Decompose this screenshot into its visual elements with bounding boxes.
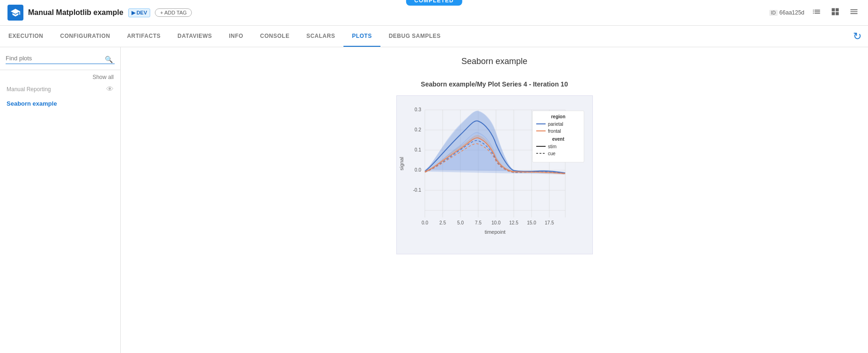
app-title: Manual Matplotlib example (28, 8, 124, 17)
svg-text:event: event (552, 137, 564, 142)
top-bar-left: Manual Matplotlib example ▶ DEV + ADD TA… (7, 5, 192, 21)
svg-text:timepoint: timepoint (484, 229, 505, 235)
svg-text:2.5: 2.5 (439, 220, 446, 225)
list-icon (812, 7, 821, 16)
id-badge: ID 66aa125d (769, 9, 804, 16)
tab-scalars[interactable]: SCALARS (298, 26, 344, 47)
top-bar-right: ID 66aa125d (769, 5, 861, 21)
menu-button[interactable] (847, 5, 861, 21)
graduation-cap-icon (10, 7, 21, 18)
id-label: ID (769, 10, 778, 16)
app-icon (7, 5, 23, 21)
tab-plots[interactable]: PLOTS (343, 26, 380, 47)
svg-text:stim: stim (548, 144, 556, 149)
svg-text:parietal: parietal (548, 122, 563, 127)
svg-text:signal: signal (399, 157, 404, 171)
search-input[interactable] (6, 53, 115, 64)
sidebar-section-manual: Manual Reporting 👁 (0, 82, 120, 96)
content-area: Seaborn example Seaborn example/My Plot … (121, 47, 868, 353)
tab-configuration[interactable]: CONFIGURATION (52, 26, 119, 47)
eye-off-icon: 👁 (106, 85, 114, 94)
manual-reporting-label: Manual Reporting (7, 86, 51, 93)
hamburger-icon (849, 7, 859, 16)
search-container: 🔍 (0, 53, 120, 68)
plot-title: Seaborn example/My Plot Series 4 - Itera… (130, 80, 859, 88)
seaborn-chart: 0.3 0.2 0.1 0.0 -0.1 0.0 2.5 5.0 7.5 10.… (396, 95, 593, 254)
svg-text:0.0: 0.0 (422, 220, 428, 225)
tab-info[interactable]: INFO (220, 26, 252, 47)
tab-dataviews[interactable]: DATAVIEWS (169, 26, 220, 47)
completed-badge: COMPLETED (406, 0, 462, 6)
sidebar-item-seaborn[interactable]: Seaborn example (0, 96, 120, 111)
svg-text:-0.1: -0.1 (413, 187, 421, 193)
svg-text:0.0: 0.0 (415, 167, 421, 173)
dev-badge: ▶ DEV (128, 8, 151, 17)
reload-button[interactable]: ↻ (851, 29, 863, 44)
svg-text:region: region (551, 114, 565, 119)
sidebar: 🔍 Show all Manual Reporting 👁 Seaborn ex… (0, 47, 121, 353)
main-layout: 🔍 Show all Manual Reporting 👁 Seaborn ex… (0, 47, 868, 353)
show-all-link[interactable]: Show all (0, 72, 120, 82)
nav-tabs: EXECUTION CONFIGURATION ARTIFACTS DATAVI… (0, 26, 868, 47)
svg-text:0.1: 0.1 (415, 147, 421, 152)
divider (0, 70, 120, 70)
tab-artifacts[interactable]: ARTIFACTS (118, 26, 169, 47)
svg-text:frontal: frontal (548, 129, 561, 134)
svg-text:0.3: 0.3 (415, 107, 421, 112)
tab-console[interactable]: CONSOLE (252, 26, 298, 47)
grid-icon (831, 7, 840, 16)
grid-view-button[interactable] (829, 5, 842, 21)
chart-container: 0.3 0.2 0.1 0.0 -0.1 0.0 2.5 5.0 7.5 10.… (130, 95, 859, 254)
svg-text:5.0: 5.0 (457, 220, 464, 225)
svg-text:10.0: 10.0 (491, 220, 501, 225)
tab-execution[interactable]: EXECUTION (0, 26, 52, 47)
svg-text:15.0: 15.0 (527, 220, 536, 225)
svg-text:17.5: 17.5 (545, 220, 554, 225)
add-tag-button[interactable]: + ADD TAG (155, 8, 192, 17)
svg-text:7.5: 7.5 (475, 220, 481, 225)
top-bar: Manual Matplotlib example ▶ DEV + ADD TA… (0, 0, 868, 26)
svg-text:0.2: 0.2 (415, 127, 421, 132)
svg-text:12.5: 12.5 (509, 220, 518, 225)
content-title: Seaborn example (130, 57, 859, 66)
svg-text:cue: cue (548, 151, 556, 156)
tab-debug-samples[interactable]: DEBUG SAMPLES (380, 26, 449, 47)
id-value: 66aa125d (780, 9, 804, 16)
list-view-button[interactable] (810, 5, 823, 21)
search-icon: 🔍 (105, 56, 113, 63)
